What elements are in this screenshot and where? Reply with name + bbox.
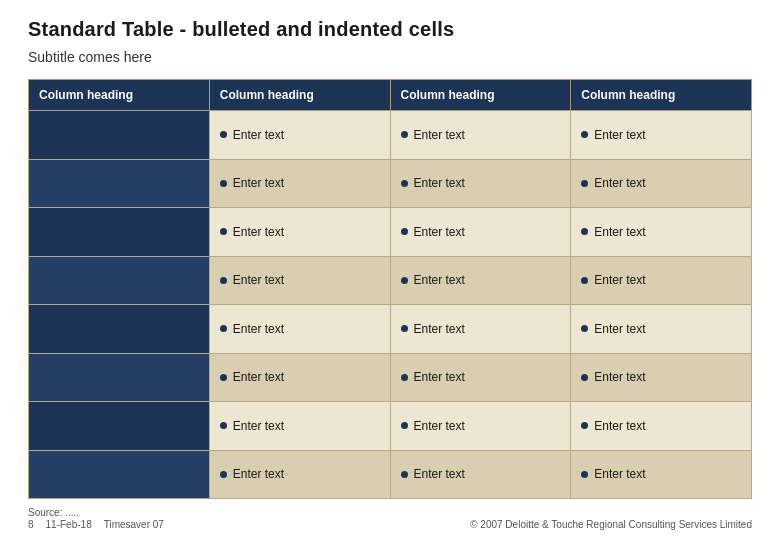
- table-row: Enter text: [390, 305, 571, 354]
- bullet-icon: [220, 374, 227, 381]
- table-row: Enter text: [390, 402, 571, 451]
- table-row: Enter text: [390, 256, 571, 305]
- bullet-icon: [220, 422, 227, 429]
- bullet-icon: [581, 325, 588, 332]
- bullet-icon: [401, 180, 408, 187]
- table-row: Enter text: [209, 159, 390, 208]
- bullet-icon: [220, 131, 227, 138]
- source-label: Source:: [28, 507, 62, 518]
- bullet-icon: [220, 325, 227, 332]
- cell-text: Enter text: [233, 467, 284, 481]
- bullet-icon: [401, 277, 408, 284]
- cell-text: Enter text: [233, 370, 284, 384]
- table-row: Enter text: [571, 353, 752, 402]
- cell-text: Enter text: [233, 419, 284, 433]
- footer: Source: ..... 8 11-Feb-18 Timesaver 07 ©…: [28, 507, 752, 530]
- table-row: Enter text: [571, 450, 752, 499]
- cell-text: Enter text: [233, 225, 284, 239]
- table-row: Enter text: [390, 111, 571, 160]
- table-row: [29, 111, 210, 160]
- table-row: Enter text: [571, 159, 752, 208]
- bullet-icon: [581, 471, 588, 478]
- bullet-icon: [581, 131, 588, 138]
- table-row: Enter text: [209, 402, 390, 451]
- page-title: Standard Table - bulleted and indented c…: [28, 18, 752, 41]
- bullet-icon: [581, 277, 588, 284]
- col-header-2: Column heading: [209, 80, 390, 111]
- table-row: Enter text: [390, 208, 571, 257]
- table-row: Enter text: [209, 256, 390, 305]
- col-header-3: Column heading: [390, 80, 571, 111]
- table-row: Enter text: [571, 305, 752, 354]
- table-row: [29, 305, 210, 354]
- table-row: [29, 450, 210, 499]
- bullet-icon: [581, 228, 588, 235]
- table-row: Enter text: [571, 111, 752, 160]
- table-row: [29, 353, 210, 402]
- bullet-icon: [581, 374, 588, 381]
- cell-text: Enter text: [594, 273, 645, 287]
- cell-text: Enter text: [594, 467, 645, 481]
- table-row: Enter text: [571, 402, 752, 451]
- table-row: Enter text: [209, 208, 390, 257]
- cell-text: Enter text: [594, 370, 645, 384]
- page-subtitle: Subtitle comes here: [28, 49, 752, 65]
- bullet-icon: [401, 325, 408, 332]
- bullet-icon: [581, 422, 588, 429]
- main-table: Column heading Column heading Column hea…: [28, 79, 752, 499]
- cell-text: Enter text: [594, 128, 645, 142]
- cell-text: Enter text: [233, 322, 284, 336]
- bullet-icon: [220, 277, 227, 284]
- bullet-icon: [401, 131, 408, 138]
- cell-text: Enter text: [414, 370, 465, 384]
- cell-text: Enter text: [594, 225, 645, 239]
- bullet-icon: [401, 374, 408, 381]
- cell-text: Enter text: [594, 419, 645, 433]
- table-row: [29, 256, 210, 305]
- cell-text: Enter text: [414, 176, 465, 190]
- bullet-icon: [220, 180, 227, 187]
- cell-text: Enter text: [414, 322, 465, 336]
- table-row: Enter text: [209, 450, 390, 499]
- footer-date: 11-Feb-18: [46, 519, 92, 530]
- bullet-icon: [220, 228, 227, 235]
- bullet-icon: [401, 228, 408, 235]
- bullet-icon: [581, 180, 588, 187]
- cell-text: Enter text: [414, 225, 465, 239]
- cell-text: Enter text: [414, 128, 465, 142]
- table-row: Enter text: [390, 159, 571, 208]
- bullet-icon: [220, 471, 227, 478]
- table-row: Enter text: [209, 353, 390, 402]
- cell-text: Enter text: [414, 467, 465, 481]
- source-value: .....: [65, 507, 79, 518]
- cell-text: Enter text: [233, 128, 284, 142]
- table-row: [29, 159, 210, 208]
- table-row: [29, 402, 210, 451]
- bullet-icon: [401, 422, 408, 429]
- table-row: Enter text: [390, 450, 571, 499]
- footer-font: Timesaver 07: [104, 519, 164, 530]
- cell-text: Enter text: [414, 419, 465, 433]
- cell-text: Enter text: [414, 273, 465, 287]
- table-row: Enter text: [571, 208, 752, 257]
- table-row: Enter text: [209, 305, 390, 354]
- table-row: Enter text: [209, 111, 390, 160]
- cell-text: Enter text: [233, 273, 284, 287]
- page-number: 8: [28, 519, 34, 530]
- col-header-4: Column heading: [571, 80, 752, 111]
- cell-text: Enter text: [233, 176, 284, 190]
- cell-text: Enter text: [594, 176, 645, 190]
- copyright: © 2007 Deloitte & Touche Regional Consul…: [470, 519, 752, 530]
- col-header-1: Column heading: [29, 80, 210, 111]
- bullet-icon: [401, 471, 408, 478]
- table-row: [29, 208, 210, 257]
- table-row: Enter text: [571, 256, 752, 305]
- cell-text: Enter text: [594, 322, 645, 336]
- table-row: Enter text: [390, 353, 571, 402]
